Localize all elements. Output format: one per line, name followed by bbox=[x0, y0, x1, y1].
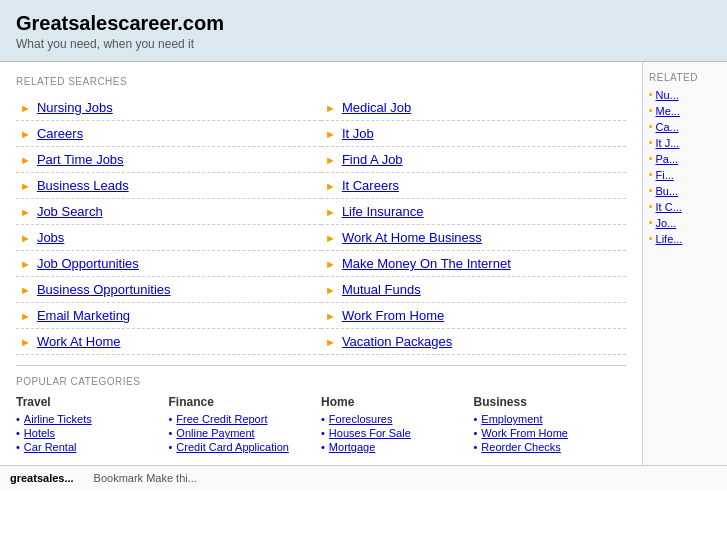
left-link[interactable]: Email Marketing bbox=[37, 308, 130, 323]
category-link[interactable]: Airline Tickets bbox=[24, 413, 92, 425]
category-title: Travel bbox=[16, 395, 161, 409]
right-link[interactable]: Mutual Funds bbox=[342, 282, 421, 297]
sidebar-link[interactable]: Bu... bbox=[656, 185, 679, 197]
left-link-item: ►Business Leads bbox=[16, 173, 321, 199]
category-list: Free Credit ReportOnline PaymentCredit C… bbox=[169, 413, 314, 453]
sidebar-link[interactable]: Pa... bbox=[656, 153, 679, 165]
right-link[interactable]: Medical Job bbox=[342, 100, 411, 115]
category-link[interactable]: Online Payment bbox=[176, 427, 254, 439]
category-link[interactable]: Car Rental bbox=[24, 441, 77, 453]
arrow-icon: ► bbox=[20, 154, 31, 166]
left-link-item: ►Nursing Jobs bbox=[16, 95, 321, 121]
sidebar-label: RELATED bbox=[649, 72, 721, 83]
category-link[interactable]: Reorder Checks bbox=[481, 441, 560, 453]
sidebar-link[interactable]: It J... bbox=[656, 137, 680, 149]
sidebar-link-item: •Me... bbox=[649, 105, 721, 117]
arrow-icon: ► bbox=[20, 206, 31, 218]
left-link-item: ►Part Time Jobs bbox=[16, 147, 321, 173]
popular-categories-section: POPULAR CATEGORIES TravelAirline Tickets… bbox=[16, 376, 626, 455]
category-link[interactable]: Employment bbox=[481, 413, 542, 425]
page-wrapper: Greatsalescareer.com What you need, when… bbox=[0, 0, 727, 490]
left-link[interactable]: Nursing Jobs bbox=[37, 100, 113, 115]
category-list-item: Credit Card Application bbox=[169, 441, 314, 453]
right-link[interactable]: It Careers bbox=[342, 178, 399, 193]
arrow-icon: ► bbox=[325, 206, 336, 218]
right-link-item: ►Make Money On The Internet bbox=[321, 251, 626, 277]
popular-categories-label: POPULAR CATEGORIES bbox=[16, 376, 626, 387]
right-link[interactable]: Make Money On The Internet bbox=[342, 256, 511, 271]
header: Greatsalescareer.com What you need, when… bbox=[0, 0, 727, 62]
category-list-item: Employment bbox=[474, 413, 619, 425]
category-link[interactable]: Mortgage bbox=[329, 441, 375, 453]
right-link[interactable]: It Job bbox=[342, 126, 374, 141]
left-link[interactable]: Careers bbox=[37, 126, 83, 141]
right-link[interactable]: Work At Home Business bbox=[342, 230, 482, 245]
left-link[interactable]: Business Leads bbox=[37, 178, 129, 193]
left-link-item: ►Job Search bbox=[16, 199, 321, 225]
divider bbox=[16, 365, 626, 366]
right-link[interactable]: Find A Job bbox=[342, 152, 403, 167]
right-link[interactable]: Work From Home bbox=[342, 308, 444, 323]
sidebar-link[interactable]: Me... bbox=[656, 105, 680, 117]
sidebar-link-item: •Nu... bbox=[649, 89, 721, 101]
left-links-col: ►Nursing Jobs►Careers►Part Time Jobs►Bus… bbox=[16, 95, 321, 355]
left-link-item: ►Work At Home bbox=[16, 329, 321, 355]
arrow-icon: ► bbox=[325, 128, 336, 140]
sidebar-link-item: •Bu... bbox=[649, 185, 721, 197]
left-link[interactable]: Jobs bbox=[37, 230, 64, 245]
category-link[interactable]: Free Credit Report bbox=[176, 413, 267, 425]
left-link-item: ►Jobs bbox=[16, 225, 321, 251]
left-link[interactable]: Job Search bbox=[37, 204, 103, 219]
sidebar-arrow-icon: • bbox=[649, 233, 653, 244]
category-link[interactable]: Work From Home bbox=[481, 427, 568, 439]
sidebar-arrow-icon: • bbox=[649, 153, 653, 164]
left-link-item: ►Job Opportunities bbox=[16, 251, 321, 277]
right-link[interactable]: Life Insurance bbox=[342, 204, 424, 219]
category-link[interactable]: Houses For Sale bbox=[329, 427, 411, 439]
right-sidebar: RELATED •Nu...•Me...•Ca...•It J...•Pa...… bbox=[642, 62, 727, 465]
category-link[interactable]: Foreclosures bbox=[329, 413, 393, 425]
arrow-icon: ► bbox=[325, 336, 336, 348]
category-link[interactable]: Credit Card Application bbox=[176, 441, 289, 453]
left-link[interactable]: Work At Home bbox=[37, 334, 121, 349]
sidebar-arrow-icon: • bbox=[649, 89, 653, 100]
sidebar-link[interactable]: It C... bbox=[656, 201, 682, 213]
sidebar-link-item: •It C... bbox=[649, 201, 721, 213]
left-link[interactable]: Business Opportunities bbox=[37, 282, 171, 297]
category-list: ForeclosuresHouses For SaleMortgage bbox=[321, 413, 466, 453]
category-col: FinanceFree Credit ReportOnline PaymentC… bbox=[169, 395, 322, 455]
arrow-icon: ► bbox=[325, 310, 336, 322]
right-link-item: ►Life Insurance bbox=[321, 199, 626, 225]
arrow-icon: ► bbox=[325, 180, 336, 192]
category-link[interactable]: Hotels bbox=[24, 427, 55, 439]
right-link-item: ►Mutual Funds bbox=[321, 277, 626, 303]
left-link[interactable]: Part Time Jobs bbox=[37, 152, 124, 167]
sidebar-link[interactable]: Ca... bbox=[656, 121, 679, 133]
bookmark-section[interactable]: Bookmark Make thi... bbox=[94, 472, 197, 484]
right-link-item: ►Medical Job bbox=[321, 95, 626, 121]
sidebar-arrow-icon: • bbox=[649, 121, 653, 132]
sidebar-link[interactable]: Life... bbox=[656, 233, 683, 245]
sidebar-link[interactable]: Fi... bbox=[656, 169, 674, 181]
category-list-item: Free Credit Report bbox=[169, 413, 314, 425]
arrow-icon: ► bbox=[20, 284, 31, 296]
arrow-icon: ► bbox=[325, 102, 336, 114]
bottom-domain: greatsales... bbox=[10, 472, 74, 484]
right-links-col: ►Medical Job►It Job►Find A Job►It Career… bbox=[321, 95, 626, 355]
category-list-item: Hotels bbox=[16, 427, 161, 439]
right-link[interactable]: Vacation Packages bbox=[342, 334, 452, 349]
sidebar-link[interactable]: Nu... bbox=[656, 89, 679, 101]
category-list-item: Online Payment bbox=[169, 427, 314, 439]
sidebar-link[interactable]: Jo... bbox=[656, 217, 677, 229]
sidebar-links: •Nu...•Me...•Ca...•It J...•Pa...•Fi...•B… bbox=[649, 89, 721, 245]
arrow-icon: ► bbox=[20, 102, 31, 114]
sidebar-link-item: •It J... bbox=[649, 137, 721, 149]
arrow-icon: ► bbox=[325, 258, 336, 270]
category-list-item: Car Rental bbox=[16, 441, 161, 453]
left-link[interactable]: Job Opportunities bbox=[37, 256, 139, 271]
main-content: RELATED SEARCHES ►Nursing Jobs►Careers►P… bbox=[0, 62, 642, 465]
arrow-icon: ► bbox=[20, 232, 31, 244]
left-link-item: ►Email Marketing bbox=[16, 303, 321, 329]
arrow-icon: ► bbox=[20, 128, 31, 140]
category-title: Finance bbox=[169, 395, 314, 409]
